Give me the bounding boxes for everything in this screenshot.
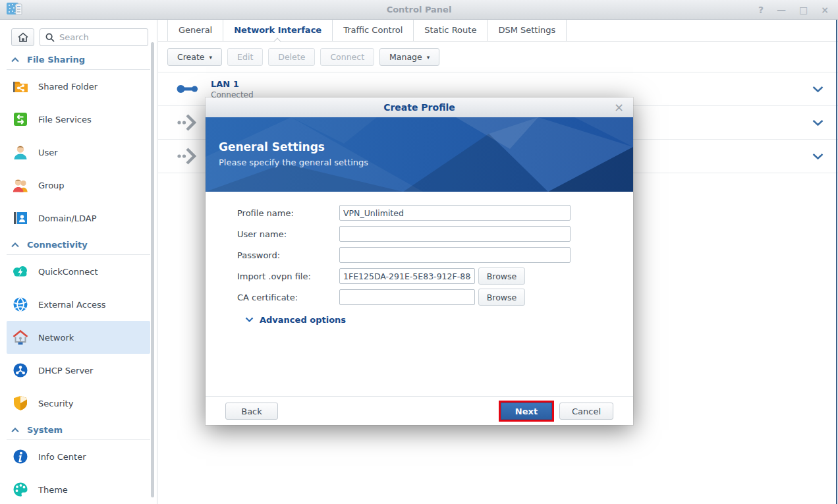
sidebar: File Sharing Shared Folder bbox=[0, 20, 157, 504]
tab-traffic-control[interactable]: Traffic Control bbox=[333, 20, 414, 41]
minimize-icon[interactable]: — bbox=[777, 5, 786, 14]
sidebar-item-label: Shared Folder bbox=[38, 82, 98, 92]
sidebar-item-label: Network bbox=[38, 333, 74, 343]
profile-name-label: Profile name: bbox=[237, 208, 339, 218]
control-panel-window: Control Panel ? — □ × bbox=[0, 0, 838, 504]
section-label: Connectivity bbox=[27, 240, 88, 250]
tab-bar: General Network Interface Traffic Contro… bbox=[158, 20, 838, 42]
sidebar-item-label: External Access bbox=[38, 300, 106, 310]
edit-button[interactable]: Edit bbox=[227, 48, 263, 66]
manage-button[interactable]: Manage ▾ bbox=[379, 48, 439, 66]
sidebar-item-quickconnect[interactable]: QuickConnect bbox=[7, 255, 150, 288]
pppoe-icon bbox=[177, 147, 200, 165]
sidebar-item-info-center[interactable]: Info Center bbox=[7, 440, 150, 473]
domain-ldap-icon bbox=[11, 209, 30, 227]
section-label: System bbox=[27, 425, 63, 435]
external-access-icon bbox=[11, 295, 30, 314]
home-icon bbox=[18, 32, 28, 42]
chevron-up-icon bbox=[11, 242, 19, 248]
search-icon bbox=[45, 33, 55, 42]
theme-icon bbox=[11, 480, 30, 499]
window-titlebar: Control Panel ? — □ × bbox=[0, 0, 838, 20]
sidebar-item-label: Security bbox=[38, 399, 73, 408]
sidebar-item-theme[interactable]: Theme bbox=[7, 473, 150, 504]
tab-dsm-settings[interactable]: DSM Settings bbox=[488, 20, 567, 41]
delete-button[interactable]: Delete bbox=[268, 48, 315, 66]
import-ovpn-label: Import .ovpn file: bbox=[237, 271, 339, 281]
close-window-icon[interactable]: × bbox=[821, 5, 829, 14]
expand-chevron-down-icon[interactable] bbox=[812, 83, 824, 96]
search-input[interactable] bbox=[59, 32, 137, 42]
back-button[interactable]: Back bbox=[225, 403, 278, 420]
search-box[interactable] bbox=[40, 28, 148, 46]
security-icon bbox=[11, 394, 30, 412]
home-button[interactable] bbox=[11, 28, 34, 46]
chevron-down-icon bbox=[245, 317, 254, 323]
advanced-options-toggle[interactable]: Advanced options bbox=[245, 315, 633, 325]
sidebar-item-domain-ldap[interactable]: Domain/LDAP bbox=[7, 202, 150, 235]
expand-chevron-down-icon[interactable] bbox=[812, 117, 824, 129]
expand-chevron-down-icon[interactable] bbox=[812, 150, 824, 163]
tab-general[interactable]: General bbox=[167, 20, 223, 41]
group-icon bbox=[11, 176, 30, 194]
tab-network-interface[interactable]: Network Interface bbox=[223, 20, 333, 41]
tab-static-route[interactable]: Static Route bbox=[414, 20, 488, 41]
sidebar-item-dhcp-server[interactable]: DHCP Server bbox=[7, 354, 150, 387]
dialog-banner: General Settings Please specify the gene… bbox=[206, 117, 633, 192]
section-label: File Sharing bbox=[27, 55, 85, 65]
info-center-icon bbox=[11, 447, 30, 466]
user-name-label: User name: bbox=[237, 229, 339, 239]
sidebar-scrollbar[interactable] bbox=[151, 42, 154, 497]
shared-folder-icon bbox=[11, 77, 30, 96]
cancel-button[interactable]: Cancel bbox=[559, 403, 613, 420]
sidebar-item-security[interactable]: Security bbox=[7, 387, 150, 420]
maximize-icon[interactable]: □ bbox=[799, 5, 808, 14]
toolbar: Create ▾ Edit Delete Connect Manage ▾ bbox=[158, 42, 838, 72]
create-button[interactable]: Create ▾ bbox=[167, 48, 222, 66]
next-button[interactable]: Next bbox=[501, 403, 552, 420]
dialog-close-icon[interactable]: × bbox=[614, 98, 624, 117]
sidebar-item-label: Theme bbox=[38, 485, 68, 495]
dialog-step-subheading: Please specify the general settings bbox=[219, 157, 368, 167]
file-services-icon bbox=[11, 110, 30, 128]
sidebar-section-connectivity[interactable]: Connectivity bbox=[7, 235, 150, 255]
sidebar-item-file-services[interactable]: File Services bbox=[7, 103, 150, 136]
dialog-title: Create Profile bbox=[206, 98, 633, 117]
connect-button[interactable]: Connect bbox=[320, 48, 374, 66]
lan-connected-icon bbox=[177, 83, 200, 95]
user-name-field[interactable] bbox=[339, 226, 571, 242]
sidebar-item-label: User bbox=[38, 148, 58, 157]
sidebar-item-label: Info Center bbox=[38, 452, 86, 462]
window-right-border bbox=[836, 20, 837, 504]
dropdown-caret-icon: ▾ bbox=[427, 54, 430, 61]
dialog-step-heading: General Settings bbox=[219, 140, 325, 154]
sidebar-item-label: DHCP Server bbox=[38, 366, 93, 376]
browse-ovpn-button[interactable]: Browse bbox=[478, 267, 525, 285]
sidebar-item-label: Domain/LDAP bbox=[38, 213, 97, 223]
browse-ca-button[interactable]: Browse bbox=[478, 289, 525, 306]
chevron-up-icon bbox=[11, 57, 19, 63]
sidebar-item-label: File Services bbox=[38, 115, 92, 125]
sidebar-item-user[interactable]: User bbox=[7, 136, 150, 169]
dropdown-caret-icon: ▾ bbox=[210, 54, 213, 61]
help-icon[interactable]: ? bbox=[758, 5, 764, 14]
network-icon bbox=[11, 328, 30, 347]
banner-facets-decoration bbox=[206, 117, 633, 192]
profile-name-field[interactable] bbox=[339, 205, 571, 221]
ca-certificate-field[interactable] bbox=[339, 289, 475, 305]
sidebar-section-file-sharing[interactable]: File Sharing bbox=[7, 49, 150, 70]
sidebar-item-external-access[interactable]: External Access bbox=[7, 288, 150, 321]
sidebar-item-network[interactable]: Network bbox=[7, 321, 150, 354]
sidebar-item-group[interactable]: Group bbox=[7, 169, 150, 202]
sidebar-item-shared-folder[interactable]: Shared Folder bbox=[7, 70, 150, 103]
create-profile-dialog: Create Profile × General Settings Please… bbox=[206, 98, 633, 425]
window-title: Control Panel bbox=[0, 0, 838, 20]
sidebar-section-system[interactable]: System bbox=[7, 420, 150, 440]
sidebar-item-label: Group bbox=[38, 181, 65, 190]
import-ovpn-field[interactable] bbox=[339, 268, 475, 284]
pppoe-icon bbox=[177, 113, 200, 132]
password-label: Password: bbox=[237, 250, 339, 260]
chevron-up-icon bbox=[11, 428, 19, 433]
dialog-footer: Back Next Cancel bbox=[206, 396, 633, 425]
password-field[interactable] bbox=[339, 247, 571, 263]
